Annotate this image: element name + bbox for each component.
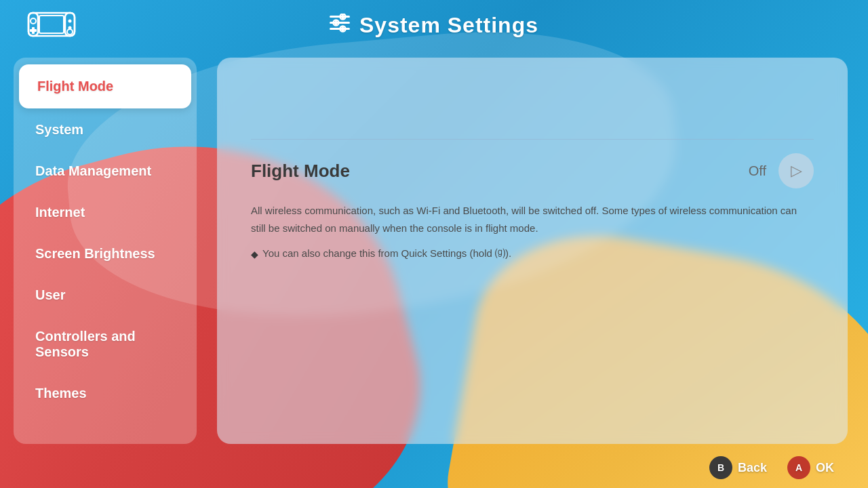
- ok-label: OK: [816, 461, 834, 475]
- diamond-icon: ◆: [251, 249, 258, 260]
- flight-mode-description: All wireless communication, such as Wi-F…: [251, 202, 814, 237]
- logo-area: [27, 9, 76, 43]
- header: System Settings: [0, 0, 868, 51]
- sidebar-item-screen-brightness[interactable]: Screen Brightness: [19, 234, 191, 274]
- settings-icon: [330, 14, 350, 37]
- flight-mode-status-text: Off: [749, 163, 766, 179]
- svg-rect-15: [342, 26, 344, 31]
- svg-rect-3: [39, 16, 64, 33]
- flight-mode-row: Flight Mode Off ▷: [251, 153, 814, 188]
- ok-button-area[interactable]: A OK: [787, 456, 834, 479]
- svg-point-7: [68, 19, 72, 22]
- svg-rect-6: [30, 29, 37, 32]
- flight-mode-tip-text: You can also change this from Quick Sett…: [262, 247, 511, 260]
- back-button-area[interactable]: B Back: [709, 456, 767, 479]
- flight-mode-toggle[interactable]: ▷: [778, 153, 814, 188]
- sidebar-item-themes[interactable]: Themes: [19, 373, 191, 413]
- a-button-icon: A: [787, 456, 810, 479]
- flight-mode-status-area: Off ▷: [749, 153, 814, 188]
- sidebar-item-system[interactable]: System: [19, 110, 191, 150]
- sidebar-item-user[interactable]: User: [19, 275, 191, 315]
- main-panel: Flight Mode Off ▷ All wireless communica…: [217, 58, 848, 444]
- sidebar-item-flight-mode[interactable]: Flight Mode: [19, 64, 191, 108]
- flight-mode-tip: ◆ You can also change this from Quick Se…: [251, 247, 814, 260]
- svg-point-4: [31, 18, 36, 24]
- sidebar-item-data-management[interactable]: Data Management: [19, 151, 191, 191]
- sidebar-item-controllers-sensors[interactable]: Controllers and Sensors: [19, 317, 191, 372]
- svg-rect-13: [342, 14, 344, 19]
- panel-divider: [251, 139, 814, 140]
- back-label: Back: [738, 461, 767, 475]
- page-title: System Settings: [359, 13, 538, 38]
- svg-point-9: [67, 29, 73, 35]
- header-title-area: System Settings: [330, 13, 538, 38]
- sidebar: Flight Mode System Data Management Inter…: [14, 58, 197, 444]
- flight-mode-title: Flight Mode: [251, 161, 350, 182]
- console-icon: [27, 9, 76, 40]
- sidebar-item-internet[interactable]: Internet: [19, 192, 191, 232]
- footer: B Back A OK: [0, 447, 868, 488]
- b-button-icon: B: [709, 456, 732, 479]
- svg-rect-14: [335, 20, 337, 25]
